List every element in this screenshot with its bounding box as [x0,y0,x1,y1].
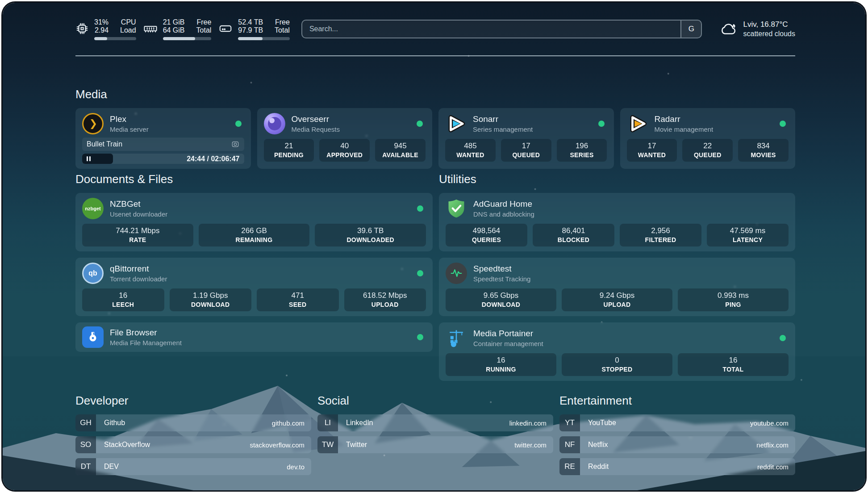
app-card-plex[interactable]: Plex Media server Bullet Train 24:44 / 0 [75,108,251,169]
playback-progress-fill [82,154,113,164]
ram-total-label: Total [196,26,212,34]
bookmark-reddit[interactable]: RE Reddit reddit.com [559,458,795,475]
disk-stat: 52.4 TB 97.9 TB Free Total [218,18,290,40]
nzbget-icon: nzbget [82,198,104,219]
ram-progress-fill [163,37,196,40]
bookmark-abbr: LI [317,414,338,431]
disk-total-value: 97.9 TB [238,26,263,34]
status-dot [235,121,242,127]
app-name: AdGuard Home [473,199,534,210]
cloud-icon [718,21,737,37]
stat-leech: 16 LEECH [82,288,164,311]
status-dot [780,121,786,127]
portainer-icon [446,327,467,349]
bookmark-url: youtube.com [750,419,789,427]
bookmark-twitter[interactable]: TW Twitter twitter.com [317,436,553,453]
app-card-qbittorrent[interactable]: qb qBittorrent Torrent downloader 16 LEE… [75,258,433,316]
app-card-portainer[interactable]: Media Portainer Container management 16 … [439,322,795,381]
stat-downloaded: 39.6 TB DOWNLOADED [315,224,426,246]
bookmark-url: dev.to [287,463,305,471]
bookmark-url: netflix.com [756,441,789,449]
stat-rate: 744.21 Mbps RATE [82,224,193,246]
app-card-nzbget[interactable]: nzbget NZBGet Usenet downloader 744.21 M… [75,193,433,251]
now-playing-bar: Bullet Train [82,138,244,151]
app-desc: Media server [110,125,149,134]
section-documents: Documents & Files nzbget NZBGet Usenet d… [75,172,433,352]
search-engine-button[interactable]: G [680,21,701,38]
section-utilities: Utilities AdGuard Home [439,172,795,381]
bookmark-dev[interactable]: DT DEV dev.to [75,458,311,475]
stat-approved: 40 APPROVED [319,139,370,162]
status-dot [417,334,423,340]
app-name: Speedtest [473,263,530,275]
bookmark-url: stackoverflow.com [250,441,305,449]
stat-blocked: 86,401 BLOCKED [533,224,614,246]
section-title-social: Social [317,394,553,408]
bookmark-abbr: GH [75,414,96,431]
search-input[interactable] [302,21,681,38]
disk-progress-fill [238,37,262,40]
section-title-developer: Developer [75,394,311,408]
app-desc: Series management [473,125,533,134]
stat-queued: 22 QUEUED [682,139,733,162]
app-card-adguard[interactable]: AdGuard Home DNS and adblocking 498,564 … [439,193,795,251]
stat-queries: 498,564 QUERIES [446,224,527,246]
disk-total-label: Total [275,26,290,34]
status-dot [780,335,786,341]
app-name: Radarr [655,114,714,125]
bookmark-abbr: RE [559,458,580,475]
bookmark-url: github.com [272,419,305,427]
ram-total-value: 64 GiB [163,26,185,34]
sonarr-icon [445,113,467,134]
bookmark-youtube[interactable]: YT YouTube youtube.com [559,414,795,431]
disk-progress-track [238,37,290,40]
bookmark-abbr: TW [317,436,338,453]
app-card-overseerr[interactable]: Overseerr Media Requests 21 PENDING 40 A… [257,108,433,169]
plex-icon [82,113,104,134]
bookmark-name: LinkedIn [346,419,373,427]
section-social: Social LI LinkedIn linkedin.com TW Twitt… [317,394,553,458]
bookmark-netflix[interactable]: NF Netflix netflix.com [559,436,795,453]
app-desc: Media Requests [292,125,340,134]
stat-movies: 834 MOVIES [738,139,789,162]
bookmark-abbr: NF [559,436,580,453]
app-desc: Movie management [655,125,714,134]
app-card-radarr[interactable]: Radarr Movie management 17 WANTED 22 QUE… [620,108,796,169]
app-desc: DNS and adblocking [473,210,534,219]
bookmark-name: DEV [104,463,119,471]
app-name: NZBGet [110,199,167,210]
section-title-media: Media [75,88,795,101]
adguard-icon [446,198,467,219]
bookmark-github[interactable]: GH Github github.com [75,414,311,431]
stat-running: 16 RUNNING [446,353,556,376]
cpu-load-value: 2.94 [94,26,108,34]
now-playing-title: Bullet Train [87,140,122,148]
section-entertainment: Entertainment YT YouTube youtube.com NF … [559,394,795,480]
playback-time: 24:44 / 02:06:47 [187,155,239,163]
pause-icon[interactable] [87,156,91,161]
stat-stopped: 0 STOPPED [562,353,672,376]
cpu-icon [75,22,89,35]
app-card-sonarr[interactable]: Sonarr Series management 485 WANTED 17 Q… [438,108,614,169]
bookmark-stackoverflow[interactable]: SO StackOverflow stackoverflow.com [75,436,311,453]
app-card-speedtest[interactable]: Speedtest Speedtest Tracking 9.65 Gbps D… [439,258,795,316]
search-bar: G [301,20,702,38]
playback-progress[interactable]: 24:44 / 02:06:47 [82,154,244,164]
stat-available: 945 AVAILABLE [375,139,426,162]
system-stats: 31% 2.94 CPU Load [75,18,290,40]
app-name: Overseerr [292,114,340,125]
bookmark-linkedin[interactable]: LI LinkedIn linkedin.com [317,414,553,431]
cpu-load-label: Load [120,26,136,34]
app-card-filebrowser[interactable]: File Browser Media File Management [75,322,433,352]
stat-seed: 471 SEED [257,288,339,311]
app-desc: Usenet downloader [110,210,167,219]
stat-remaining: 266 GB REMAINING [199,224,310,246]
stat-download: 1.19 Gbps DOWNLOAD [170,288,252,311]
video-icon [231,140,240,149]
bookmark-name: StackOverflow [104,441,150,449]
bookmark-abbr: DT [75,458,96,475]
bookmark-url: linkedin.com [509,419,547,427]
top-bar: 31% 2.94 CPU Load [75,3,795,56]
bookmark-name: Reddit [588,463,609,471]
app-name: qBittorrent [110,263,167,275]
